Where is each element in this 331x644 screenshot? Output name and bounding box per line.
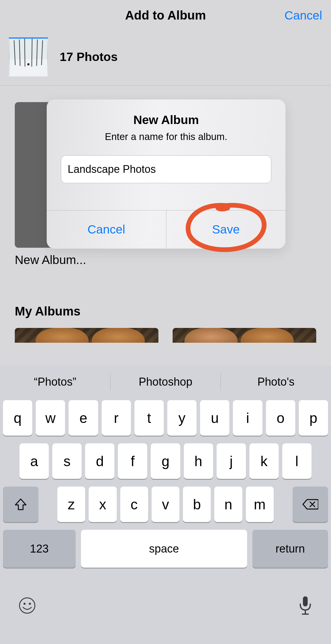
- key-f[interactable]: f: [118, 443, 147, 479]
- selection-count: 17 Photos: [60, 50, 118, 64]
- key-z[interactable]: z: [57, 487, 85, 522]
- album-thumbnail[interactable]: [15, 328, 158, 343]
- key-a[interactable]: a: [20, 443, 49, 479]
- svg-point-13: [29, 603, 31, 605]
- key-p[interactable]: p: [299, 400, 328, 436]
- backspace-icon: [302, 498, 318, 510]
- nav-header: Add to Album Cancel: [0, 0, 331, 31]
- key-t[interactable]: t: [134, 400, 164, 436]
- suggestion[interactable]: Photoshop: [111, 376, 221, 388]
- dialog-save-button[interactable]: Save: [166, 210, 286, 249]
- dialog-cancel-button[interactable]: Cancel: [47, 210, 166, 249]
- key-x[interactable]: x: [89, 487, 116, 522]
- album-thumb-row: [15, 328, 316, 343]
- numbers-key[interactable]: 123: [3, 530, 76, 568]
- new-album-label: New Album...: [15, 253, 316, 267]
- suggestion[interactable]: Photo's: [221, 376, 331, 388]
- dialog-subtitle: Enter a name for this album.: [60, 131, 272, 142]
- svg-line-4: [25, 39, 25, 67]
- emoji-icon: [18, 597, 36, 614]
- key-d[interactable]: d: [85, 443, 114, 479]
- key-row: z x c v b n m: [3, 487, 328, 522]
- key-u[interactable]: u: [200, 400, 229, 436]
- backspace-key[interactable]: [293, 487, 328, 522]
- key-m[interactable]: m: [246, 487, 274, 522]
- emoji-button[interactable]: [18, 597, 36, 614]
- key-row: a s d f g h j k l: [3, 443, 328, 479]
- cancel-button[interactable]: Cancel: [284, 0, 322, 31]
- svg-rect-14: [303, 596, 308, 606]
- suggestion-bar: “Photos” Photoshop Photo's: [0, 366, 331, 398]
- divider: [0, 85, 331, 86]
- key-y[interactable]: y: [167, 400, 197, 436]
- key-v[interactable]: v: [152, 487, 179, 522]
- key-s[interactable]: s: [52, 443, 82, 479]
- key-c[interactable]: c: [120, 487, 148, 522]
- selection-row: 17 Photos: [0, 31, 331, 85]
- key-w[interactable]: w: [36, 400, 65, 436]
- album-name-input[interactable]: [61, 155, 271, 183]
- svg-line-5: [32, 39, 32, 67]
- onscreen-keyboard: “Photos” Photoshop Photo's q w e r t y u…: [0, 366, 331, 644]
- new-album-dialog: New Album Enter a name for this album. C…: [47, 99, 285, 249]
- svg-point-11: [20, 598, 35, 613]
- album-thumbnail[interactable]: [173, 328, 316, 343]
- key-row: q w e r t y u i o p: [3, 400, 328, 436]
- selection-thumbnail: [9, 37, 48, 76]
- svg-point-12: [24, 603, 26, 605]
- key-l[interactable]: l: [282, 443, 311, 479]
- key-b[interactable]: b: [183, 487, 211, 522]
- shift-icon: [14, 498, 27, 511]
- svg-rect-0: [10, 39, 47, 59]
- key-row: 123 space return: [3, 530, 328, 568]
- key-e[interactable]: e: [69, 400, 98, 436]
- dictation-button[interactable]: [298, 595, 313, 616]
- key-h[interactable]: h: [184, 443, 213, 479]
- key-i[interactable]: i: [233, 400, 262, 436]
- key-q[interactable]: q: [3, 400, 32, 436]
- page-title: Add to Album: [125, 8, 206, 22]
- key-g[interactable]: g: [151, 443, 180, 479]
- shift-key[interactable]: [3, 487, 38, 522]
- dialog-title: New Album: [60, 113, 272, 127]
- return-key[interactable]: return: [252, 530, 328, 568]
- my-albums-heading: My Albums: [15, 304, 316, 318]
- key-n[interactable]: n: [214, 487, 242, 522]
- winter-scene-icon: [9, 39, 48, 76]
- suggestion[interactable]: “Photos”: [0, 376, 110, 388]
- key-j[interactable]: j: [217, 443, 246, 479]
- space-key[interactable]: space: [81, 530, 247, 568]
- key-o[interactable]: o: [266, 400, 295, 436]
- key-r[interactable]: r: [102, 400, 131, 436]
- microphone-icon: [298, 595, 313, 616]
- svg-point-8: [27, 63, 30, 66]
- key-k[interactable]: k: [249, 443, 279, 479]
